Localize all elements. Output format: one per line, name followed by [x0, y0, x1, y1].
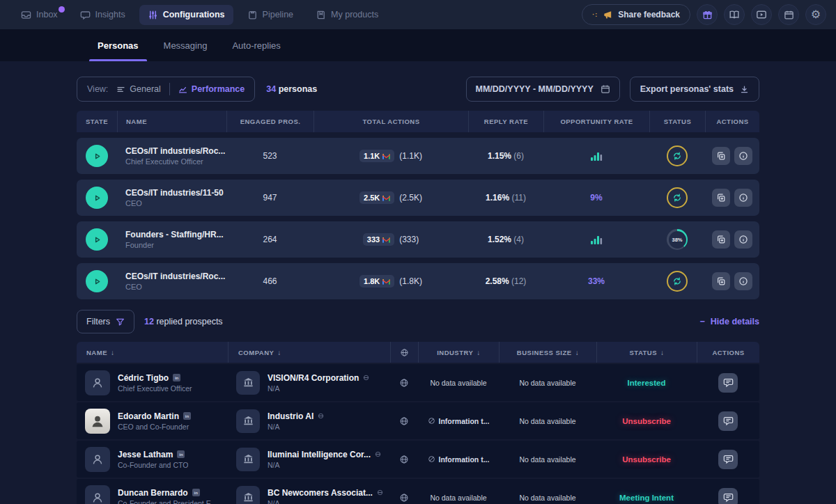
col-header-actions: ACTIONS: [705, 111, 759, 132]
persona-state-play-button[interactable]: [86, 145, 108, 167]
nav-item-inbox[interactable]: Inbox: [13, 5, 66, 25]
reply-rate-value: 1.16%: [486, 193, 509, 203]
download-icon: [740, 85, 749, 94]
info-button[interactable]: [734, 189, 752, 207]
status-progress-badge[interactable]: 38%: [667, 229, 688, 250]
open-conversation-button[interactable]: [718, 373, 738, 393]
col-header-reply-rate: REPLY RATE: [468, 111, 543, 132]
nav-item-configurations[interactable]: Configurations: [139, 5, 233, 25]
linkedin-icon[interactable]: in: [183, 412, 191, 420]
gmail-icon: [382, 153, 390, 159]
prospects-table: NAME↓ COMPANY↓ INDUSTRY↓ BUSINESS SIZE↓ …: [77, 342, 759, 504]
mini-globe-icon[interactable]: [375, 451, 381, 457]
duplicate-button[interactable]: [712, 147, 730, 165]
nav-item-my-products[interactable]: My products: [307, 5, 387, 25]
person-icon: [91, 377, 104, 389]
industry-value: No data available: [430, 379, 486, 387]
open-conversation-button[interactable]: [718, 411, 738, 431]
col-header-company[interactable]: COMPANY↓: [228, 342, 390, 363]
prospect-row: Duncan BernardoinCo-Founder and Presiden…: [77, 479, 759, 504]
export-personas-stats-button[interactable]: Export personas' stats: [630, 77, 759, 102]
info-button[interactable]: [734, 272, 752, 290]
docs-button[interactable]: [724, 4, 745, 25]
duplicate-button[interactable]: [712, 230, 730, 249]
status-sync-badge[interactable]: [667, 187, 688, 208]
video-tutorials-button[interactable]: [751, 4, 772, 25]
company-name: BC Newcomers Associat...: [268, 488, 373, 498]
info-icon: [738, 235, 748, 244]
company-icon: [236, 371, 260, 395]
col-header-business-size[interactable]: BUSINESS SIZE↓: [499, 342, 596, 363]
globe-icon[interactable]: [399, 455, 409, 464]
persona-name: Founders - Staffing/HR...: [125, 230, 224, 239]
nav-item-label: Configurations: [163, 10, 225, 19]
globe-icon[interactable]: [399, 493, 409, 503]
globe-icon[interactable]: [399, 378, 409, 388]
tab-personas[interactable]: Personas: [85, 29, 151, 61]
col-header-opportunity-rate: OPPORTUNITY RATE: [543, 111, 649, 132]
mini-globe-icon[interactable]: [318, 413, 324, 419]
divider: [169, 83, 170, 95]
status-sync-badge[interactable]: [667, 271, 688, 292]
view-option-performance[interactable]: Performance: [178, 84, 245, 94]
calendar-button[interactable]: [778, 4, 799, 25]
email-actions-pill: 1.1K: [359, 150, 394, 162]
tab-messaging[interactable]: Messaging: [151, 29, 220, 61]
share-feedback-button[interactable]: ·: Share feedback: [582, 4, 690, 25]
nav-item-label: My products: [331, 10, 378, 19]
email-actions-count: 1.1K: [364, 152, 380, 160]
persona-state-play-button[interactable]: [86, 270, 108, 292]
open-conversation-button[interactable]: [718, 488, 738, 504]
personas-toolbar: View: General Performance 34 personas MM…: [77, 77, 759, 102]
reply-rate-value: 2.58%: [486, 276, 509, 286]
copy-icon: [716, 151, 726, 161]
duplicate-button[interactable]: [712, 272, 730, 290]
col-header-status[interactable]: STATUS↓: [596, 342, 697, 363]
tab-label: Messaging: [164, 40, 208, 51]
info-button[interactable]: [734, 230, 752, 249]
top-nav: Inbox Insights Configurations Pipeline M…: [0, 0, 836, 29]
col-header-industry[interactable]: INDUSTRY↓: [418, 342, 499, 363]
play-icon: [92, 276, 102, 287]
person-icon: [91, 491, 104, 504]
persona-state-play-button[interactable]: [86, 187, 108, 209]
duplicate-button[interactable]: [712, 189, 730, 207]
reply-count: (12): [511, 276, 526, 286]
chat-icon: [723, 416, 734, 426]
globe-icon[interactable]: [399, 416, 409, 426]
settings-button[interactable]: ⚙: [805, 4, 826, 25]
hide-details-link[interactable]: − Hide details: [700, 317, 759, 326]
persona-state-play-button[interactable]: [86, 228, 108, 251]
email-actions-count: 2.5K: [364, 194, 380, 202]
info-button[interactable]: [734, 147, 752, 165]
replied-prospects-count: 12 replied prospects: [144, 317, 223, 326]
business-size-value: No data available: [519, 379, 575, 387]
open-conversation-button[interactable]: [718, 450, 738, 469]
reply-count: (11): [511, 193, 525, 203]
persona-title: Founder: [125, 241, 224, 249]
linkedin-icon[interactable]: in: [173, 374, 180, 381]
gmail-icon: [382, 278, 390, 285]
nav-item-insights[interactable]: Insights: [72, 5, 134, 25]
persona-name: CEOs/IT industries/Roc...: [125, 271, 225, 281]
view-option-general[interactable]: General: [116, 84, 160, 94]
sub-nav-tabs: Personas Messaging Auto-replies: [0, 29, 836, 61]
linkedin-icon[interactable]: in: [192, 489, 200, 496]
reply-rate-value: 1.15%: [488, 151, 511, 161]
nav-item-label: Insights: [95, 10, 125, 19]
industry-value: Information t...: [439, 455, 490, 464]
persona-title: CEO: [125, 199, 224, 207]
industry-value: No data available: [430, 494, 486, 502]
tab-auto-replies[interactable]: Auto-replies: [219, 29, 293, 61]
date-range-input[interactable]: MM/DD/YYYY - MM/DD/YYYY: [466, 77, 620, 102]
gift-button[interactable]: [697, 4, 718, 25]
linkedin-icon[interactable]: in: [177, 450, 185, 458]
col-header-name[interactable]: NAME↓: [77, 342, 228, 363]
nav-item-pipeline[interactable]: Pipeline: [239, 5, 302, 25]
mini-globe-icon[interactable]: [377, 489, 383, 496]
sort-icon: ↓: [277, 349, 281, 356]
filters-button[interactable]: Filters: [77, 310, 134, 333]
status-sync-badge[interactable]: [667, 145, 688, 166]
mini-globe-icon[interactable]: [363, 375, 369, 381]
funnel-icon: [116, 317, 125, 326]
